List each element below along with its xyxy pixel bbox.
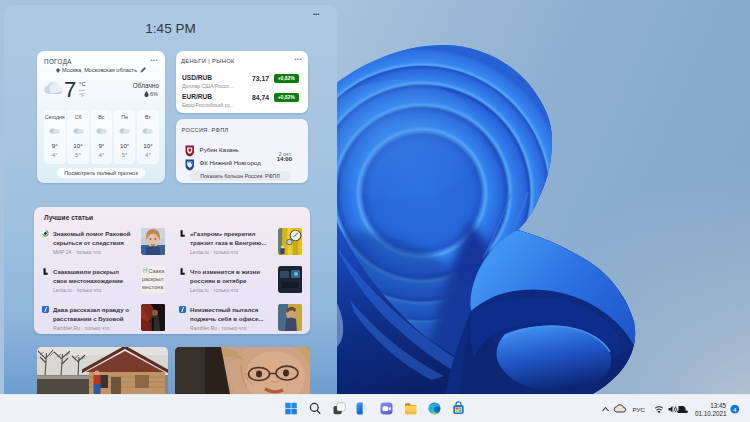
svg-text:4: 4: [733, 406, 737, 413]
svg-text:РУС: РУС: [633, 406, 646, 413]
svg-text:Саака: Саака: [149, 268, 166, 274]
svg-text:местона: местона: [142, 284, 164, 290]
svg-text:раскрыл: раскрыл: [142, 276, 164, 282]
svg-text:13:45: 13:45: [710, 402, 726, 409]
svg-text:01.10.2021: 01.10.2021: [695, 410, 727, 417]
